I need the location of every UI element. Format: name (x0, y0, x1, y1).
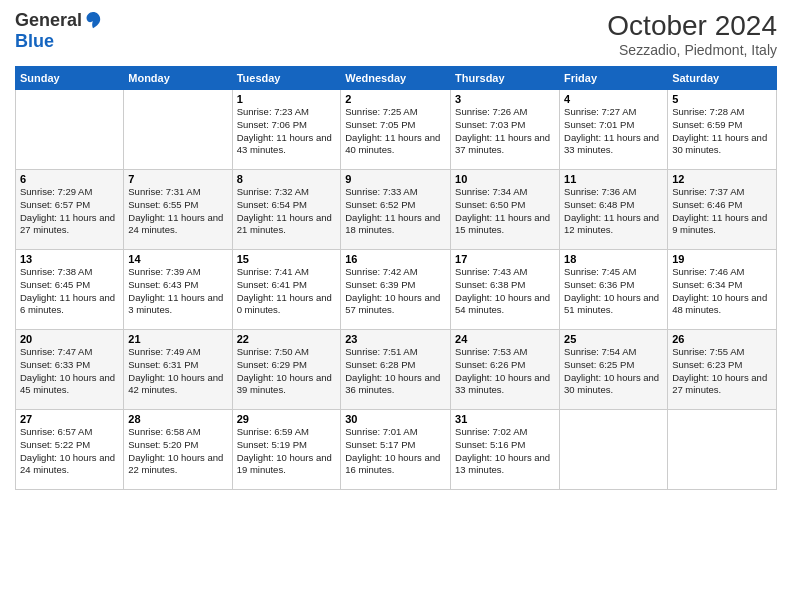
table-row: 24 Sunrise: 7:53 AM Sunset: 6:26 PM Dayl… (451, 330, 560, 410)
day-sunset: Sunset: 7:01 PM (564, 119, 634, 130)
table-row (560, 410, 668, 490)
day-number: 23 (345, 333, 446, 345)
day-daylight: Daylight: 11 hours and 0 minutes. (237, 292, 332, 316)
day-daylight: Daylight: 10 hours and 13 minutes. (455, 452, 550, 476)
day-sunrise: Sunrise: 6:59 AM (237, 426, 309, 437)
day-sunset: Sunset: 6:28 PM (345, 359, 415, 370)
day-sunset: Sunset: 7:03 PM (455, 119, 525, 130)
logo-general: General (15, 11, 82, 31)
day-daylight: Daylight: 11 hours and 6 minutes. (20, 292, 115, 316)
day-sunset: Sunset: 7:05 PM (345, 119, 415, 130)
day-sunrise: Sunrise: 7:54 AM (564, 346, 636, 357)
table-row (668, 410, 777, 490)
calendar-week-5: 27 Sunrise: 6:57 AM Sunset: 5:22 PM Dayl… (16, 410, 777, 490)
table-row: 25 Sunrise: 7:54 AM Sunset: 6:25 PM Dayl… (560, 330, 668, 410)
table-row (124, 90, 232, 170)
day-number: 11 (564, 173, 663, 185)
header-sunday: Sunday (16, 67, 124, 90)
day-number: 15 (237, 253, 337, 265)
day-daylight: Daylight: 11 hours and 12 minutes. (564, 212, 659, 236)
day-number: 7 (128, 173, 227, 185)
day-daylight: Daylight: 10 hours and 30 minutes. (564, 372, 659, 396)
day-sunset: Sunset: 6:23 PM (672, 359, 742, 370)
day-sunset: Sunset: 6:38 PM (455, 279, 525, 290)
day-number: 18 (564, 253, 663, 265)
day-sunset: Sunset: 6:26 PM (455, 359, 525, 370)
day-sunset: Sunset: 6:46 PM (672, 199, 742, 210)
header: General Blue October 2024 Sezzadio, Pied… (15, 10, 777, 58)
day-sunrise: Sunrise: 6:58 AM (128, 426, 200, 437)
day-number: 5 (672, 93, 772, 105)
day-sunrise: Sunrise: 7:34 AM (455, 186, 527, 197)
day-sunset: Sunset: 6:57 PM (20, 199, 90, 210)
table-row: 17 Sunrise: 7:43 AM Sunset: 6:38 PM Dayl… (451, 250, 560, 330)
day-number: 31 (455, 413, 555, 425)
day-sunset: Sunset: 6:25 PM (564, 359, 634, 370)
day-sunset: Sunset: 5:17 PM (345, 439, 415, 450)
day-number: 21 (128, 333, 227, 345)
day-number: 26 (672, 333, 772, 345)
day-daylight: Daylight: 11 hours and 43 minutes. (237, 132, 332, 156)
day-number: 28 (128, 413, 227, 425)
day-daylight: Daylight: 11 hours and 3 minutes. (128, 292, 223, 316)
day-sunset: Sunset: 6:36 PM (564, 279, 634, 290)
day-sunrise: Sunrise: 7:38 AM (20, 266, 92, 277)
day-sunrise: Sunrise: 7:42 AM (345, 266, 417, 277)
table-row: 13 Sunrise: 7:38 AM Sunset: 6:45 PM Dayl… (16, 250, 124, 330)
table-row: 16 Sunrise: 7:42 AM Sunset: 6:39 PM Dayl… (341, 250, 451, 330)
day-number: 10 (455, 173, 555, 185)
table-row: 3 Sunrise: 7:26 AM Sunset: 7:03 PM Dayli… (451, 90, 560, 170)
day-sunset: Sunset: 6:59 PM (672, 119, 742, 130)
header-thursday: Thursday (451, 67, 560, 90)
day-daylight: Daylight: 10 hours and 19 minutes. (237, 452, 332, 476)
day-daylight: Daylight: 11 hours and 33 minutes. (564, 132, 659, 156)
logo-blue: Blue (15, 32, 102, 52)
table-row: 1 Sunrise: 7:23 AM Sunset: 7:06 PM Dayli… (232, 90, 341, 170)
day-sunset: Sunset: 6:33 PM (20, 359, 90, 370)
day-sunrise: Sunrise: 7:45 AM (564, 266, 636, 277)
day-number: 20 (20, 333, 119, 345)
day-sunset: Sunset: 6:48 PM (564, 199, 634, 210)
day-daylight: Daylight: 11 hours and 9 minutes. (672, 212, 767, 236)
day-sunset: Sunset: 6:55 PM (128, 199, 198, 210)
day-sunrise: Sunrise: 7:36 AM (564, 186, 636, 197)
day-number: 22 (237, 333, 337, 345)
day-sunrise: Sunrise: 7:43 AM (455, 266, 527, 277)
day-sunset: Sunset: 6:50 PM (455, 199, 525, 210)
day-sunset: Sunset: 6:45 PM (20, 279, 90, 290)
table-row: 4 Sunrise: 7:27 AM Sunset: 7:01 PM Dayli… (560, 90, 668, 170)
day-daylight: Daylight: 10 hours and 54 minutes. (455, 292, 550, 316)
day-sunset: Sunset: 6:54 PM (237, 199, 307, 210)
header-wednesday: Wednesday (341, 67, 451, 90)
day-daylight: Daylight: 11 hours and 27 minutes. (20, 212, 115, 236)
day-number: 17 (455, 253, 555, 265)
table-row: 26 Sunrise: 7:55 AM Sunset: 6:23 PM Dayl… (668, 330, 777, 410)
day-sunset: Sunset: 6:34 PM (672, 279, 742, 290)
day-sunrise: Sunrise: 7:01 AM (345, 426, 417, 437)
header-monday: Monday (124, 67, 232, 90)
day-sunrise: Sunrise: 7:53 AM (455, 346, 527, 357)
table-row: 28 Sunrise: 6:58 AM Sunset: 5:20 PM Dayl… (124, 410, 232, 490)
day-number: 19 (672, 253, 772, 265)
day-daylight: Daylight: 11 hours and 15 minutes. (455, 212, 550, 236)
day-sunset: Sunset: 6:43 PM (128, 279, 198, 290)
day-number: 2 (345, 93, 446, 105)
day-number: 30 (345, 413, 446, 425)
day-daylight: Daylight: 10 hours and 51 minutes. (564, 292, 659, 316)
day-sunset: Sunset: 5:20 PM (128, 439, 198, 450)
day-sunrise: Sunrise: 7:33 AM (345, 186, 417, 197)
header-tuesday: Tuesday (232, 67, 341, 90)
table-row: 29 Sunrise: 6:59 AM Sunset: 5:19 PM Dayl… (232, 410, 341, 490)
table-row: 8 Sunrise: 7:32 AM Sunset: 6:54 PM Dayli… (232, 170, 341, 250)
day-sunrise: Sunrise: 7:55 AM (672, 346, 744, 357)
table-row: 20 Sunrise: 7:47 AM Sunset: 6:33 PM Dayl… (16, 330, 124, 410)
calendar-week-3: 13 Sunrise: 7:38 AM Sunset: 6:45 PM Dayl… (16, 250, 777, 330)
day-daylight: Daylight: 11 hours and 30 minutes. (672, 132, 767, 156)
day-sunrise: Sunrise: 7:27 AM (564, 106, 636, 117)
table-row: 19 Sunrise: 7:46 AM Sunset: 6:34 PM Dayl… (668, 250, 777, 330)
day-sunset: Sunset: 6:31 PM (128, 359, 198, 370)
day-sunset: Sunset: 5:19 PM (237, 439, 307, 450)
day-daylight: Daylight: 11 hours and 40 minutes. (345, 132, 440, 156)
day-sunrise: Sunrise: 7:31 AM (128, 186, 200, 197)
day-number: 14 (128, 253, 227, 265)
